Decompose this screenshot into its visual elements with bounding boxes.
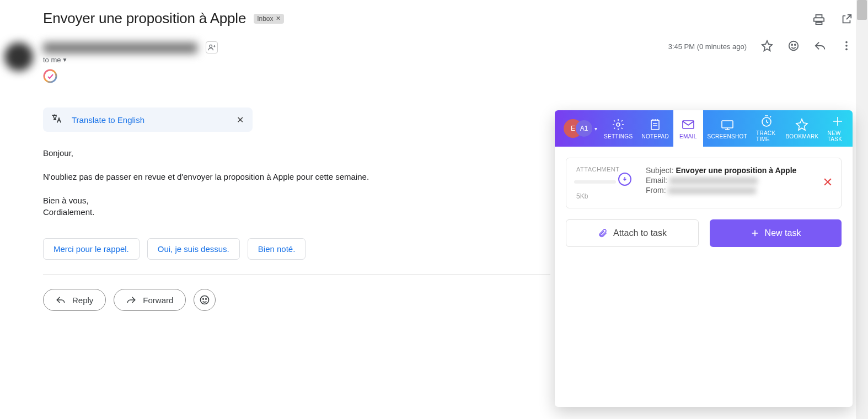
forward-button[interactable]: Forward [114, 289, 186, 311]
tab-tracktime-label: TRACK TIME [756, 130, 776, 142]
download-icon[interactable] [618, 173, 631, 186]
tab-screenshot-label: SCREENSHOT [708, 133, 747, 139]
extension-logo-icon[interactable] [43, 69, 57, 85]
tab-settings[interactable]: SETTINGS [599, 110, 637, 147]
svg-point-11 [617, 123, 620, 126]
chevron-down-icon[interactable]: ▼ [62, 57, 68, 63]
new-task-button[interactable]: New task [710, 219, 842, 247]
tab-screenshot[interactable]: SCREENSHOT [703, 110, 752, 147]
svg-rect-13 [683, 121, 694, 128]
svg-point-9 [203, 299, 204, 300]
translate-icon [51, 113, 62, 126]
attach-to-task-label: Attach to task [613, 228, 667, 238]
sender-name-redacted [43, 42, 197, 53]
avatar-a1: A1 [576, 120, 592, 137]
new-task-label: New task [765, 228, 801, 238]
email-greeting: Bonjour, [43, 147, 539, 159]
email-body: Bonjour, N'oubliez pas de passer en revu… [43, 147, 539, 218]
inbox-chip-close-icon[interactable]: ✕ [276, 15, 281, 22]
svg-rect-12 [651, 120, 659, 130]
tab-newtask-label: NEW TASK [828, 130, 848, 142]
attachment-email-redacted [669, 178, 758, 184]
extension-panel: E A1 ▾ SETTINGS NOTEPAD EMAIL SCREENSHOT… [555, 110, 853, 407]
smart-reply-1[interactable]: Merci pour le rappel. [43, 238, 140, 260]
sender-avatar [4, 42, 33, 71]
translate-banner: Translate to English ✕ [43, 108, 253, 132]
attachment-from-redacted [668, 187, 756, 194]
attachment-subject-row: Subject: Envoyer une proposition à Apple [646, 166, 831, 175]
tab-bookmark[interactable]: BOOKMARK [781, 110, 823, 147]
attachment-size: 5Kb [576, 192, 626, 200]
forward-button-label: Forward [143, 296, 173, 305]
tab-settings-label: SETTINGS [604, 133, 633, 139]
attachment-thumb-bar [574, 180, 616, 184]
email-body-line: N'oubliez pas de passer en revue et d'en… [43, 171, 539, 183]
attachment-label: ATTACHMENT [576, 166, 626, 173]
attachment-close-icon[interactable] [822, 176, 833, 190]
tab-tracktime[interactable]: TRACK TIME [752, 110, 781, 147]
add-contact-icon[interactable] [206, 41, 218, 53]
smart-reply-3[interactable]: Bien noté. [248, 238, 306, 260]
chevron-down-icon[interactable]: ▾ [594, 126, 597, 132]
to-recipient-line[interactable]: to me ▼ [43, 56, 67, 64]
reply-button-label: Reply [72, 296, 93, 305]
attachment-card: ATTACHMENT 5Kb Subject: Envoyer une prop… [566, 158, 842, 208]
emoji-reply-button[interactable] [194, 289, 216, 311]
reply-button[interactable]: Reply [43, 289, 106, 311]
tab-bookmark-label: BOOKMARK [785, 133, 818, 139]
inbox-label-text: Inbox [257, 15, 273, 23]
extension-panel-header: E A1 ▾ SETTINGS NOTEPAD EMAIL SCREENSHOT… [555, 110, 853, 147]
inbox-label-chip[interactable]: Inbox ✕ [254, 14, 283, 24]
print-icon[interactable] [813, 13, 825, 28]
svg-point-7 [44, 70, 56, 82]
attach-to-task-button[interactable]: Attach to task [566, 219, 699, 247]
tab-notepad-label: NOTEPAD [641, 133, 669, 139]
open-new-window-icon[interactable] [840, 13, 853, 28]
workspace-switcher[interactable]: E A1 ▾ [555, 110, 599, 147]
tab-email[interactable]: EMAIL [673, 110, 703, 147]
svg-point-8 [201, 296, 209, 304]
attachment-from-row: From: [646, 186, 831, 195]
translate-close-icon[interactable]: ✕ [237, 115, 244, 125]
email-signoff-1: Bien à vous, [43, 195, 539, 207]
svg-point-6 [210, 45, 212, 47]
attachment-email-row: Email: [646, 176, 831, 185]
email-subject: Envoyer une proposition à Apple [43, 10, 246, 27]
tab-notepad[interactable]: NOTEPAD [637, 110, 673, 147]
translate-link[interactable]: Translate to English [72, 115, 144, 125]
svg-rect-14 [722, 121, 733, 128]
svg-point-10 [206, 299, 207, 300]
email-signoff-2: Cordialement. [43, 206, 539, 218]
to-recipient-text: to me [43, 56, 61, 64]
tab-email-label: EMAIL [679, 133, 697, 139]
smart-reply-2[interactable]: Oui, je suis dessus. [147, 238, 240, 260]
tab-newtask[interactable]: NEW TASK [823, 110, 853, 147]
divider [43, 274, 550, 275]
